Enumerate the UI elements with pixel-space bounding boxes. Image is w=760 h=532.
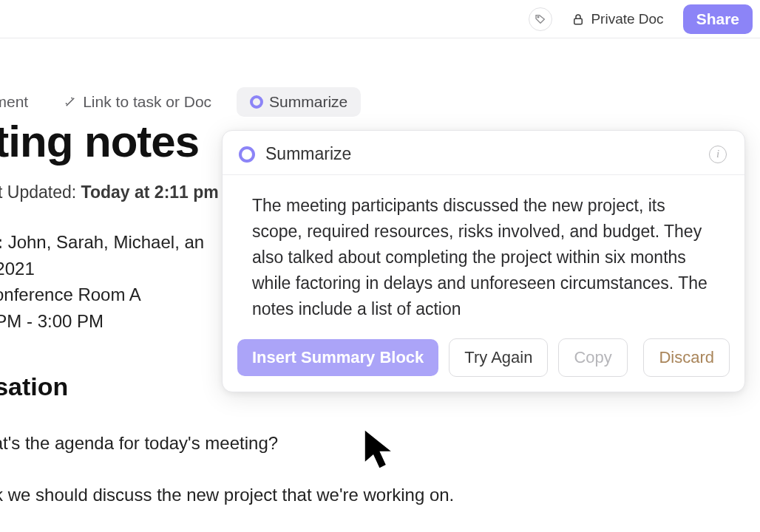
cursor-icon [361,429,396,470]
svg-rect-1 [574,18,583,24]
svg-point-0 [538,16,540,18]
line1-text: what's the agenda for today's meeting? [0,433,278,453]
popover-header: Summarize i [223,131,744,175]
ai-orb-icon [239,146,255,163]
link-to-task-button[interactable]: Link to task or Doc [53,89,222,115]
summary-text: The meeting participants discussed the n… [223,175,744,330]
popover-title: Summarize [265,144,351,164]
ai-orb-icon [250,95,263,109]
share-button[interactable]: Share [683,4,753,34]
summarize-label: Summarize [269,93,347,111]
top-bar: Private Doc Share [0,0,760,38]
participants-label-fragment: nts: [0,232,8,252]
summarize-button[interactable]: Summarize [237,87,361,117]
inline-toolbar: mment Link to task or Doc Summarize [0,87,361,117]
updated-prefix: Last Updated: [0,183,81,202]
discard-button[interactable]: Discard [643,338,730,377]
link-label: Link to task or Doc [83,93,211,111]
wand-icon [64,95,77,109]
time-value: 00 PM - 3:00 PM [0,311,104,331]
tag-icon[interactable] [529,7,552,31]
private-doc-indicator[interactable]: Private Doc [564,7,671,32]
copy-button[interactable]: Copy [558,338,627,377]
line2-text: nink we should discuss the new project t… [0,485,454,505]
summarize-popover: Summarize i The meeting participants dis… [222,130,745,392]
updated-value: Today at 2:11 pm [81,183,219,202]
add-comment-button[interactable]: mment [0,89,38,115]
conversation-line-2[interactable]: nink we should discuss the new project t… [0,482,760,508]
try-again-button[interactable]: Try Again [449,338,548,377]
date-value: 15/2021 [0,259,35,279]
popover-title-group: Summarize [239,144,351,164]
comment-label-fragment: mment [0,93,28,111]
lock-icon [571,13,585,26]
private-doc-label: Private Doc [591,11,663,27]
participants-value: John, Sarah, Michael, an [8,232,205,252]
popover-actions: Insert Summary Block Try Again Copy Disc… [223,330,744,392]
info-icon[interactable]: i [709,146,727,163]
insert-summary-button[interactable]: Insert Summary Block [237,339,438,376]
location-value: Conference Room A [0,284,141,304]
